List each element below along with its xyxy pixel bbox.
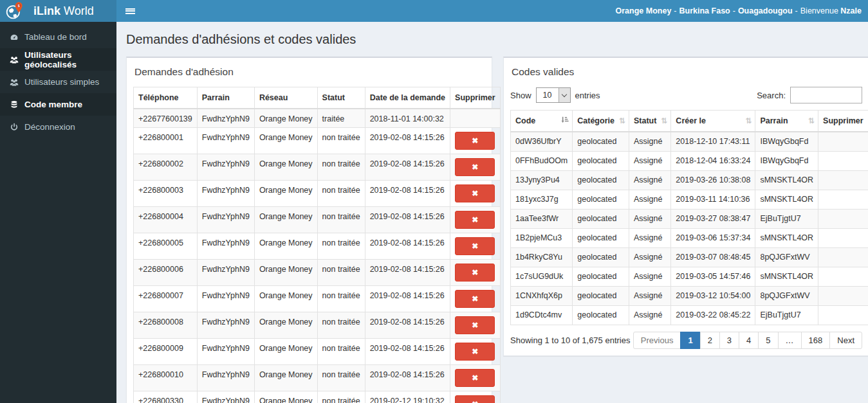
cell-creer-le: 2018-12-04 16:33:24	[671, 151, 755, 170]
cell-creer-le: 2019-03-26 10:38:08	[671, 170, 755, 190]
request-row: +226800002FwdhzYphN9Orange Moneynon trai…	[134, 154, 501, 181]
cell-date: 2019-02-08 14:15:26	[365, 312, 450, 339]
cell-supprimer	[818, 151, 868, 170]
cell-statut: non traitée	[317, 312, 365, 339]
cell-code: 1b4RkyC8Yu	[511, 247, 573, 267]
column-header-statut[interactable]: Statut⇅	[629, 111, 670, 132]
column-header-code[interactable]: Code	[511, 111, 573, 132]
cell-statut: non traitée	[317, 365, 365, 391]
delete-request-button[interactable]: ✖	[455, 158, 495, 176]
delete-request-button[interactable]: ✖	[455, 395, 495, 403]
request-row: +226800004FwdhzYphN9Orange Moneynon trai…	[134, 207, 501, 233]
cell-parrain: FwdhzYphN9	[197, 207, 254, 233]
cell-statut: non traitée	[317, 260, 365, 286]
pagination-button[interactable]: …	[778, 332, 802, 349]
cell-code: 0FFhBudOOm	[511, 151, 573, 170]
cell-supprimer	[818, 228, 868, 247]
cell-reseau: Orange Money	[254, 286, 317, 312]
codes-panel-title: Codes valides	[512, 66, 862, 78]
cell-creer-le: 2019-03-22 08:45:22	[671, 305, 755, 325]
delete-request-button[interactable]: ✖	[455, 343, 495, 361]
column-header-categorie[interactable]: Catégorie⇅	[573, 111, 629, 132]
pagination-button[interactable]: 5	[758, 332, 778, 349]
sort-icon: ⇅	[808, 116, 815, 125]
delete-request-button[interactable]: ✖	[455, 184, 495, 202]
delete-request-button[interactable]: ✖	[455, 237, 495, 255]
cell-date: 2019-02-12 19:10:32	[365, 391, 450, 403]
pagination-button[interactable]: 4	[739, 332, 759, 349]
sidebar-toggle-button[interactable]	[116, 0, 143, 22]
close-icon: ✖	[472, 215, 478, 224]
pagination-button[interactable]: Previous	[633, 332, 681, 349]
cell-telephone: +226800009	[134, 339, 198, 365]
chevron-down-icon	[559, 88, 570, 102]
main-content: Demandes d'adhésions et codes valides De…	[116, 22, 868, 403]
column-header-statut: Statut	[317, 87, 365, 109]
cell-categorie: geolocated	[573, 247, 629, 267]
delete-request-button[interactable]: ✖	[455, 369, 495, 387]
sidebar-item-utilisateurs-geolocalises[interactable]: Utilisateurs géolocalisés	[0, 48, 116, 71]
cell-supprimer: ✖	[450, 233, 501, 260]
pagination-button[interactable]: 2	[700, 332, 720, 349]
cell-statut: Assigné	[629, 305, 670, 325]
app-logo[interactable]: $ iLink World	[0, 0, 116, 22]
requests-table: Téléphone Parrain Réseau Statut Date de …	[133, 87, 501, 403]
cell-statut: non traitée	[317, 181, 365, 207]
cell-creer-le: 2019-03-06 15:37:34	[671, 228, 755, 247]
sidebar-item-tableau-de-bord[interactable]: Tableau de bord	[0, 26, 116, 48]
cell-statut: Assigné	[629, 170, 670, 190]
cell-code: 181yxc3J7g	[511, 190, 573, 209]
cell-creer-le: 2019-03-12 10:54:00	[671, 286, 755, 305]
column-header-parrain[interactable]: Parrain⇅	[755, 111, 818, 132]
delete-request-button[interactable]: ✖	[455, 211, 495, 229]
cell-supprimer: ✖	[450, 207, 501, 233]
cell-parrain: FwdhzYphN9	[197, 286, 254, 312]
sidebar-item-utilisateurs-simples[interactable]: Utilisateurs simples	[0, 71, 116, 93]
delete-request-button[interactable]: ✖	[455, 264, 495, 282]
cell-supprimer	[450, 109, 501, 128]
sidebar-item-deconnexion[interactable]: Déconnexion	[0, 116, 116, 138]
cell-telephone: +226800003	[134, 181, 198, 207]
cell-telephone: +22677600139	[134, 109, 198, 128]
column-header-telephone: Téléphone	[134, 87, 198, 109]
cell-creer-le: 2019-03-05 14:57:46	[671, 267, 755, 286]
request-row: +226800007FwdhzYphN9Orange Moneynon trai…	[134, 286, 501, 312]
column-header-creer-le[interactable]: Créer le⇅	[671, 111, 755, 132]
cell-parrain: IBWqyGbqFd	[755, 151, 818, 170]
search-control: Search:	[757, 87, 862, 103]
cell-statut: Assigné	[629, 151, 670, 170]
brand-title: iLink World	[33, 4, 94, 18]
cell-categorie: geolocated	[573, 305, 629, 325]
delete-request-button[interactable]: ✖	[455, 132, 495, 150]
delete-request-button[interactable]: ✖	[455, 290, 495, 308]
pagination-button[interactable]: 168	[801, 332, 831, 349]
cell-reseau: Orange Money	[254, 391, 317, 403]
entries-select[interactable]: 10	[536, 87, 571, 103]
cell-telephone: +226800010	[134, 365, 198, 391]
cell-supprimer: ✖	[450, 260, 501, 286]
sidebar-menu: Tableau de bord Utilisateurs géolocalisé…	[0, 22, 116, 138]
cell-parrain: FwdhzYphN9	[197, 233, 254, 260]
request-row: +226800001FwdhzYphN9Orange Moneynon trai…	[134, 128, 501, 154]
close-icon: ✖	[472, 268, 478, 277]
cell-supprimer: ✖	[450, 365, 501, 391]
sidebar-item-code-membre[interactable]: Code membre	[0, 93, 116, 116]
pagination-button[interactable]: 3	[719, 332, 739, 349]
cell-supprimer: ✖	[450, 391, 501, 403]
entries-select-value: 10	[537, 88, 559, 102]
column-header-supprimer: Supprimer	[450, 87, 501, 109]
codes-table: Code Catégorie⇅ Statut⇅ Créer le⇅ Parrai…	[510, 110, 868, 325]
pagination-button[interactable]: Next	[829, 332, 862, 349]
delete-request-button[interactable]: ✖	[455, 316, 495, 334]
column-header-supprimer[interactable]: Supprimer⇅	[818, 111, 868, 132]
cell-supprimer	[818, 209, 868, 228]
cell-supprimer	[818, 247, 868, 267]
navbar-network: Orange Money	[616, 6, 672, 15]
search-label: Search:	[757, 91, 786, 100]
cell-reseau: Orange Money	[254, 181, 317, 207]
pagination-button[interactable]: 1	[680, 332, 700, 349]
search-input[interactable]	[790, 87, 862, 103]
cell-reseau: Orange Money	[254, 339, 317, 365]
cell-statut: traitée	[317, 109, 365, 128]
requests-panel: Demandes d'adhésion Téléphone Parrain Ré…	[126, 57, 492, 403]
